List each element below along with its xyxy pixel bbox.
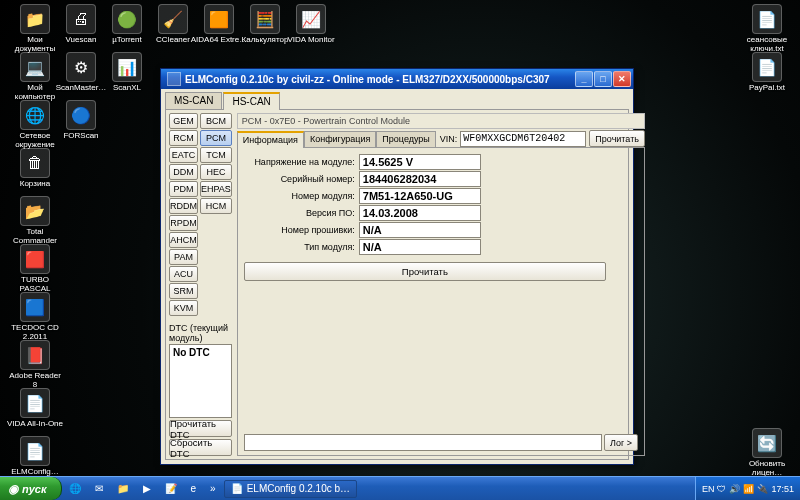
- module-button-rpdm[interactable]: RPDM: [169, 215, 198, 231]
- module-button-hcm[interactable]: HCM: [200, 198, 232, 214]
- icon-glyph: 🖨: [66, 4, 96, 34]
- icon-label: VIDA Monitor: [282, 36, 340, 45]
- close-button[interactable]: ✕: [613, 71, 631, 87]
- subtab-config[interactable]: Конфигурация: [304, 131, 376, 147]
- dtc-list[interactable]: No DTC: [169, 344, 232, 418]
- start-label: пуск: [22, 483, 47, 495]
- read-dtc-button[interactable]: Прочитать DTC: [169, 420, 232, 437]
- icon-glyph: 📊: [112, 52, 142, 82]
- minimize-button[interactable]: _: [575, 71, 593, 87]
- dtc-content: No DTC: [173, 347, 210, 358]
- icon-label: FORScan: [52, 132, 110, 141]
- info-key: Напряжение на модуле:: [244, 157, 359, 167]
- icon-glyph: 🟢: [112, 4, 142, 34]
- desktop-icon[interactable]: 📄 PayPal.txt: [738, 52, 796, 93]
- info-value: 14.03.2008: [359, 205, 481, 221]
- tray-volume-icon[interactable]: 🔊: [729, 484, 740, 494]
- icon-glyph: 🗑: [20, 148, 50, 178]
- icon-label: Adobe Reader 8: [6, 372, 64, 390]
- info-value: N/A: [359, 222, 481, 238]
- module-button-rcm[interactable]: RCM: [169, 130, 198, 146]
- ql-player-icon[interactable]: ▶: [137, 480, 157, 498]
- ql-mail-icon[interactable]: ✉: [89, 480, 109, 498]
- module-button-hec[interactable]: HEC: [200, 164, 232, 180]
- tray-network-icon[interactable]: 📶: [743, 484, 754, 494]
- desktop-icon[interactable]: 📄 сеансовые ключи.txt: [738, 4, 796, 54]
- ql-folder-icon[interactable]: 📁: [111, 480, 135, 498]
- module-button-bcm[interactable]: BCM: [200, 113, 232, 129]
- titlebar[interactable]: ELMConfig 0.2.10c by civil-zz - Online m…: [161, 69, 633, 89]
- module-button-acu[interactable]: ACU: [169, 266, 198, 282]
- icon-label: сеансовые ключи.txt: [738, 36, 796, 54]
- module-button-pcm[interactable]: PCM: [200, 130, 232, 146]
- ql-note-icon[interactable]: 📝: [159, 480, 183, 498]
- vin-input[interactable]: [460, 131, 586, 147]
- icon-glyph: 📄: [752, 4, 782, 34]
- tab-mscan[interactable]: MS-CAN: [165, 92, 222, 109]
- icon-glyph: 📕: [20, 340, 50, 370]
- module-button-pam[interactable]: PAM: [169, 249, 198, 265]
- icon-label: TECDOC CD 2.2011: [6, 324, 64, 342]
- module-button-ehpas[interactable]: EHPAS: [200, 181, 232, 197]
- icon-glyph: 🧹: [158, 4, 188, 34]
- app-icon: [167, 72, 181, 86]
- app-window: ELMConfig 0.2.10c by civil-zz - Online m…: [160, 68, 634, 465]
- icon-glyph: 📈: [296, 4, 326, 34]
- icon-glyph: 🟧: [204, 4, 234, 34]
- icon-label: Обновить лицен…: [738, 460, 796, 478]
- start-button[interactable]: пуск: [0, 477, 62, 500]
- desktop-icon[interactable]: 🟦 TECDOC CD 2.2011: [6, 292, 64, 342]
- subtab-proc[interactable]: Процедуры: [376, 131, 435, 147]
- title-text: ELMConfig 0.2.10c by civil-zz - Online m…: [185, 74, 550, 85]
- maximize-button[interactable]: □: [594, 71, 612, 87]
- icon-label: ScanXL: [98, 84, 156, 93]
- module-button-gem[interactable]: GEM: [169, 113, 198, 129]
- icon-glyph: 🔵: [66, 100, 96, 130]
- read-module-button[interactable]: Прочитать: [244, 262, 606, 281]
- module-button-ahcm[interactable]: AHCM: [169, 232, 198, 248]
- log-label-button[interactable]: Лог >: [604, 434, 638, 451]
- icon-glyph: 🟦: [20, 292, 50, 322]
- icon-glyph: 💻: [20, 52, 50, 82]
- info-key: Номер прошивки:: [244, 225, 359, 235]
- module-button-srm[interactable]: SRM: [169, 283, 198, 299]
- info-key: Тип модуля:: [244, 242, 359, 252]
- icon-glyph: 🟥: [20, 244, 50, 274]
- desktop-icon[interactable]: 🔵 FORScan: [52, 100, 110, 141]
- icon-glyph: 📂: [20, 196, 50, 226]
- module-button-rddm[interactable]: RDDM: [169, 198, 198, 214]
- module-button-ddm[interactable]: DDM: [169, 164, 198, 180]
- ql-ie-icon[interactable]: e: [185, 480, 203, 498]
- module-button-pdm[interactable]: PDM: [169, 181, 198, 197]
- vin-read-button[interactable]: Прочитать: [589, 130, 645, 147]
- ql-arrow-icon[interactable]: »: [204, 480, 222, 498]
- tab-hscan[interactable]: HS-CAN: [223, 92, 279, 110]
- tray-icon[interactable]: 🛡: [717, 484, 726, 494]
- tray-clock[interactable]: 17:51: [771, 484, 794, 494]
- info-key: Номер модуля:: [244, 191, 359, 201]
- info-value: 184406282034: [359, 171, 481, 187]
- systray: EN 🛡 🔊 📶 🔌 17:51: [695, 477, 800, 500]
- desktop-icon[interactable]: 📕 Adobe Reader 8: [6, 340, 64, 390]
- log-input[interactable]: [244, 434, 602, 451]
- module-button-eatc[interactable]: EATC: [169, 147, 198, 163]
- desktop-icon[interactable]: 📂 Total Commander: [6, 196, 64, 246]
- desktop-icon[interactable]: 📊 ScanXL: [98, 52, 156, 93]
- task-elmconfig[interactable]: 📄 ELMConfig 0.2.10c b…: [224, 480, 357, 498]
- icon-label: Корзина: [6, 180, 64, 189]
- dtc-heading: DTC (текущий модуль): [169, 322, 232, 344]
- icon-label: Total Commander: [6, 228, 64, 246]
- desktop-icon[interactable]: 📈 VIDA Monitor: [282, 4, 340, 45]
- module-button-kvm[interactable]: KVM: [169, 300, 198, 316]
- desktop-icon[interactable]: 🗑 Корзина: [6, 148, 64, 189]
- subtab-info[interactable]: Информация: [237, 131, 304, 148]
- desktop-icon[interactable]: 🟥 TURBO PASCAL: [6, 244, 64, 294]
- desktop-icon[interactable]: 📄 ELMConfig…: [6, 436, 64, 477]
- ql-browser-icon[interactable]: 🌐: [63, 480, 87, 498]
- reset-dtc-button[interactable]: Сбросить DTC: [169, 439, 232, 456]
- desktop-icon[interactable]: 🔄 Обновить лицен…: [738, 428, 796, 478]
- tray-usb-icon[interactable]: 🔌: [757, 484, 768, 494]
- module-button-tcm[interactable]: TCM: [200, 147, 232, 163]
- lang-indicator[interactable]: EN: [702, 484, 715, 494]
- desktop-icon[interactable]: 📄 VIDA All-In-One: [6, 388, 64, 429]
